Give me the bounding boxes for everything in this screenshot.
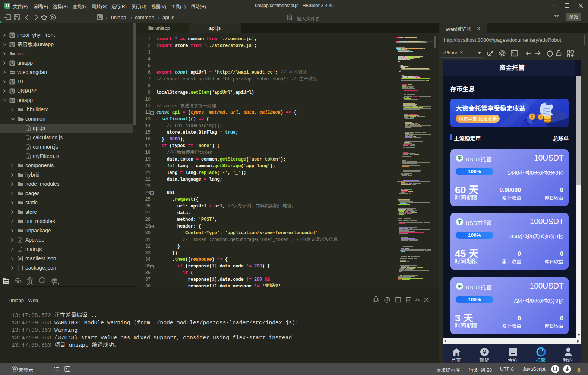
svg-text:大资金托管享受稳定收益: 大资金托管享受稳定收益 xyxy=(456,105,525,112)
svg-text:¥: ¥ xyxy=(540,115,541,119)
svg-text:H: H xyxy=(6,4,9,8)
svg-text:¥: ¥ xyxy=(483,349,486,355)
svg-text:利润丰富 使用者多: 利润丰富 使用者多 xyxy=(458,116,497,121)
svg-text:¥: ¥ xyxy=(531,115,533,119)
